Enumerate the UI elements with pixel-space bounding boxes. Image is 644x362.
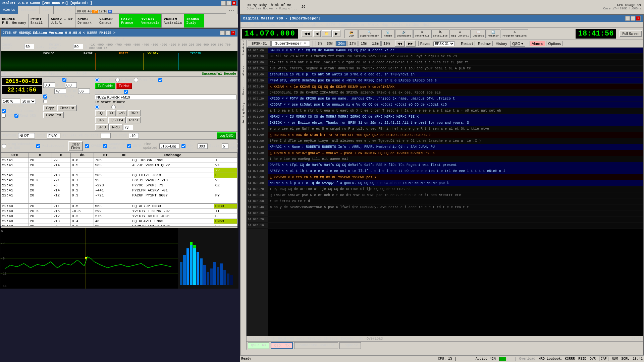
jt65-waterfall[interactable]: DG3NEC PA2GP F8IZT YV1GIY IK6BSN — [1, 51, 237, 71]
decode-row[interactable]: △ DG1RUG × × RUG de Ki3N k E 73 73 tnx S… — [268, 132, 643, 138]
log-label-field[interactable] — [159, 143, 179, 149]
fix-tx-df-checkbox[interactable] — [43, 99, 47, 103]
jt65-menu-about[interactable]: About — [114, 37, 125, 41]
sntp-chk[interactable] — [127, 144, 131, 148]
dx-button[interactable]: DX — [106, 110, 116, 116]
menu-worldmap[interactable]: World Map — [368, 23, 388, 27]
menu-file[interactable]: File — [242, 23, 251, 27]
log-table-row[interactable]: 22:41 20 -14 0.2 -441 PY2LPM AC2KV -01 — [1, 188, 237, 193]
jt65-close[interactable]: × — [231, 31, 235, 35]
decode-row[interactable]: Q IM6EWY KM6EWY pse K e et oeh e t 6e dt… — [268, 192, 643, 198]
decode-row[interactable]: KF2GQ × × F5TV de KF2GQ pse kn oo name. … — [268, 96, 643, 102]
decode-row[interactable]: △ KK3AM × × le KK3AM CQ CQ CQ de KK3AM K… — [268, 84, 643, 90]
restart-button[interactable]: Restart — [459, 41, 475, 46]
acoustic-alert-chk[interactable] — [103, 144, 107, 148]
dial-qrg-field[interactable] — [2, 99, 20, 104]
log-table-row[interactable]: 22:41 20 -6 0.1 -223 PY7XC 5P6MJ 73 OZ — [1, 183, 237, 188]
qso-toolbar-btn[interactable]: 📻 QSO — [344, 29, 358, 38]
history-button[interactable]: History — [494, 41, 509, 46]
decode-row[interactable]: IK8IGK × × pr Emilio ebrzo, Thanks for B… — [268, 120, 643, 126]
decode-row[interactable]: M0RHJ × × IU MØRHJ CQ CQ de MØRHJ MØRHJ … — [268, 114, 643, 120]
decode-row[interactable]: ei- cte n YiN ont e o tye l¼aelEt i e fg… — [268, 60, 643, 66]
log-table-row[interactable]: 22:40 20 -13 0.4 46 CQ KE4VIF EM63 EM63 — [1, 219, 237, 224]
db-sent-input[interactable] — [101, 133, 111, 138]
jt65-menu-log[interactable]: JT65-Log — [68, 37, 86, 41]
waterfall-toolbar-btn[interactable]: ≋ Waterfall — [413, 29, 431, 38]
dx-spot-py1mt[interactable]: PY1MT Brazil — [29, 14, 49, 27]
decode-row[interactable]: N4EMP × × k p a t e- q de SV2QQZ f a goo… — [268, 180, 643, 186]
read-qrg-checkbox[interactable] — [14, 114, 18, 118]
jt65-minimize[interactable]: _ — [220, 31, 225, 35]
decode-row[interactable]: tPee I d dTle ie eey9ie tioye -ut$ aleie… — [268, 138, 643, 144]
menu-sstv[interactable]: SSTV — [326, 23, 335, 27]
decode-row[interactable]: 8K all ok 73 Alex t J theSks ftf PSK3 +S… — [268, 54, 643, 60]
band-20m[interactable]: 20m — [336, 41, 347, 46]
band-17m[interactable]: 17m — [347, 41, 358, 46]
generated-text-field[interactable] — [95, 95, 236, 100]
dm780-close[interactable]: × — [636, 16, 641, 21]
log-table-row[interactable]: 22:41 20 -14 0.5 563 AE7JP VK3SIM QF22 V… — [1, 163, 237, 168]
rig-control-toolbar-btn[interactable]: ⚙ Rig Control — [449, 29, 471, 38]
grid-input[interactable] — [47, 133, 60, 138]
decode-row[interactable]: t R, eCQ CQ de OE1TRB Oi ijB CQ CQ de OE… — [268, 186, 643, 192]
r-db-button[interactable]: R-dB — [109, 124, 122, 130]
dxalert-close[interactable]: × — [232, 1, 236, 6]
options-button[interactable]: Options — [546, 41, 563, 46]
qso-rx-tab[interactable]: QSO: RX — [248, 342, 269, 349]
dt-right-field[interactable] — [65, 82, 77, 88]
menu-browser[interactable]: Browser — [288, 23, 304, 27]
radio-toolbar-btn[interactable]: 📡 Radio — [381, 29, 395, 38]
free-text-radio[interactable] — [134, 78, 138, 82]
qso-options-button[interactable]: QSO ▾ — [510, 41, 526, 47]
jt65-menu-configure[interactable]: Configure — [13, 37, 33, 41]
program-options-toolbar-btn[interactable]: ⚙ Program Options — [501, 29, 528, 38]
dm780-minimize[interactable]: _ — [625, 16, 630, 21]
odd-radio[interactable] — [111, 105, 116, 109]
dxalert-minimize[interactable]: _ — [221, 1, 226, 6]
generated-text-chk[interactable] — [124, 90, 128, 94]
menu-tools[interactable]: Tools — [392, 23, 403, 27]
dx-spot-5p6mj[interactable]: 5P6MJ Denmark — [75, 14, 97, 27]
freq-left2-btn[interactable]: ◀ — [313, 30, 321, 37]
decode-row[interactable]: t he e iae ea eaeNeg tili eit aaeee eai — [268, 156, 643, 162]
log-table-row[interactable]: 22:40 20 -12 0.3 275 YV1GIY G3IOI JO01 G — [1, 214, 237, 219]
menu-help[interactable]: Help — [423, 23, 431, 27]
menu-logbook[interactable]: Logbook — [307, 23, 323, 27]
decode-row[interactable]: a t o ea e t t t e rtr t t eea o t eaet … — [268, 108, 643, 114]
free-text-chk[interactable] — [158, 78, 162, 82]
decode-row[interactable]: m no y de SV4NYZeu54NYÝNKe 5 pse K lfwei… — [268, 204, 643, 210]
log-table-row[interactable]: 22:41 20 -8 0.5 -926 CQ DG3NEC JO50 DL — [1, 198, 237, 203]
tx-halt-button[interactable]: Tx Halt — [116, 83, 132, 89]
dx-spot-ac2kv[interactable]: AC2KV - NY U.S.A. — [49, 14, 75, 27]
log-table-row[interactable]: 22:40 20 K -15 -0.6 299 YV1GIY TI2UNA -0… — [1, 209, 237, 214]
db-rcvd-input[interactable] — [129, 133, 139, 138]
mode-select[interactable]: BPSK-31 — [433, 41, 455, 46]
single-decoder-chk[interactable] — [2, 144, 6, 148]
dx-spot-yv1giy[interactable]: YV1GIY Venezuela — [139, 14, 162, 27]
auto-checkbox[interactable] — [62, 78, 66, 82]
tx-enable-button[interactable]: Tx Enable — [95, 83, 115, 89]
jt65-menu-show[interactable]: Show — [102, 37, 111, 41]
dxalert-tab-view[interactable]: View — [40, 6, 54, 14]
alarms-button[interactable]: Alarms — [530, 41, 545, 46]
num73-field[interactable] — [123, 125, 133, 130]
logbook-toolbar-btn[interactable]: 📖 Logbook — [471, 29, 486, 38]
station-radio[interactable] — [95, 78, 99, 82]
dx-spot-vk3sim[interactable]: VK3SIM Australia — [162, 14, 184, 27]
freq-left-btn[interactable]: ◀◀ — [302, 30, 312, 37]
input-level-field[interactable] — [24, 44, 34, 49]
output-level-field[interactable] — [73, 44, 83, 49]
log-table-row[interactable]: 22:41 20 -13 0.3 205 CQ F8IZT JO10 F — [1, 173, 237, 178]
decode-row[interactable]: KP4AOC × × Name : ROBERTO ROBERTO Info :… — [268, 144, 643, 150]
freq-folder-btn[interactable]: 📁 — [322, 30, 332, 37]
clear-fields-button[interactable]: Clear Fields — [68, 141, 83, 151]
menu-qso[interactable]: QSO — [278, 23, 285, 27]
decode-row[interactable] — [268, 210, 643, 217]
ptt-cat-checkbox[interactable] — [2, 109, 6, 113]
supersweeper-toolbar-btn[interactable]: 🔍 SuperSweeper — [358, 29, 381, 38]
db-button[interactable]: -dB — [117, 110, 127, 116]
copy-button[interactable]: Copy — [43, 105, 56, 111]
tx-df-field[interactable] — [78, 88, 90, 94]
spot-psk-chk[interactable] — [181, 144, 185, 148]
redraw-button[interactable]: Redraw — [476, 41, 493, 46]
